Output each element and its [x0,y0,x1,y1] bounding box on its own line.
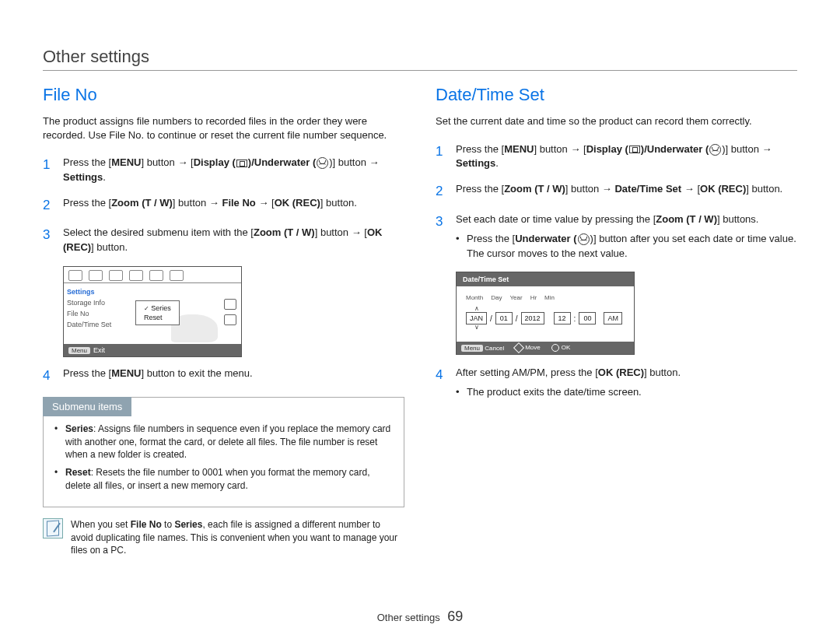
page-footer: Other settings 69 [0,609,840,625]
text: After setting AM/PM, press the [ [456,367,598,378]
move-icon [513,342,524,353]
arrow-up-icon: ∧ [474,306,479,312]
text: )] button → [329,156,379,168]
right-step-4: 4 After setting AM/PM, press the [OK (RE… [436,366,797,400]
menu-settings: Settings [67,286,129,297]
right-column: Date/Time Set Set the current date and t… [436,85,797,557]
file-no-heading: File No [43,85,404,105]
tab-icon [109,270,123,281]
move-label: Move [525,345,541,352]
ok-icon [551,344,559,352]
value-month: JAN [466,312,487,325]
side-icon [224,299,236,310]
file-no-screenshot: Settings Storage Info File No Date/Time … [63,266,242,357]
step-number: 3 [436,212,456,261]
arrow-down-icon: ∨ [474,325,479,331]
submenu-popup: ✓ Series Reset [135,300,180,325]
zoom-label: Zoom (T / W) [254,226,315,238]
separator: / [515,314,519,323]
text: → [ [681,183,700,195]
text: File No [131,519,162,530]
text: to [162,519,175,530]
step-number: 4 [43,367,63,386]
menu-date-time-set: Date/Time Set [67,319,129,330]
menu-storage-info: Storage Info [67,297,129,308]
underwater-label: )/Underwater ( [248,156,316,168]
right-step-1: 1 Press the [MENU] button → [Display ()/… [436,142,797,172]
ok-label: OK (REC) [275,197,320,209]
separator: / [489,314,493,323]
text: ] button to exit the menu. [141,367,252,379]
file-no-intro: The product assigns file numbers to reco… [43,114,404,142]
left-step-2: 2 Press the [Zoom (T / W)] button → File… [43,196,404,216]
text: Press the [ [63,197,111,209]
settings-label: Settings [63,171,103,183]
text: Press the [ [467,233,515,244]
ok-label: OK [562,345,571,352]
note-box: When you set File No to Series, each fil… [43,518,404,557]
step-number: 4 [436,366,456,400]
text: Select the desired submenu item with the… [63,226,254,238]
text: When you set [71,519,131,530]
page-title: Other settings [43,47,797,71]
exit-label: Exit [93,346,105,354]
menu-badge: Menu [68,347,90,354]
footer-section: Other settings [377,612,440,623]
menu-label: MENU [111,156,141,168]
left-step-1: 1 Press the [MENU] button → [Display ()/… [43,156,404,185]
tab-icon [129,270,143,281]
cancel-label: Cancel [485,345,504,352]
menu-file-no: File No [67,308,129,319]
text: ] button → [ [534,143,586,155]
text: . [495,157,499,169]
label-year: Year [509,294,522,301]
step-number: 2 [43,196,63,216]
text: ] button. [91,241,128,253]
submenu-items-box: Submenu items • Series: Assigns file num… [43,397,404,507]
shot2-title: Date/Time Set [457,272,634,286]
reset-label: Reset [65,467,91,478]
popup-reset: Reset [142,313,173,322]
popup-series: ✓ Series [142,303,173,313]
series-label: Series [65,423,93,434]
step-number: 2 [436,182,456,202]
tab-icon [68,270,82,281]
text: ] button. [644,367,681,378]
text: ] buttons. [717,213,758,225]
series-text: : Assigns file numbers in sequence even … [65,423,390,461]
underwater-label: Underwater ( [515,233,576,244]
label-month: Month [466,294,483,301]
menu-label: MENU [504,143,534,155]
text: ] button → [565,183,615,195]
underwater-label: )/Underwater ( [641,143,709,155]
right-step-3: 3 Set each date or time value by pressin… [436,212,797,261]
bullet-icon: • [54,466,65,493]
tab-icon [149,270,163,281]
right-step-2: 2 Press the [Zoom (T / W)] button → Date… [436,182,797,202]
ok-label: OK (REC) [700,183,746,195]
text: → [ [256,197,275,209]
left-step-3: 3 Select the desired submenu item with t… [43,226,404,255]
settings-label: Settings [456,157,495,169]
zoom-label: Zoom (T / W) [111,197,173,209]
zoom-label: Zoom (T / W) [656,213,717,225]
text: Set each date or time value by pressing … [456,213,656,225]
tab-icon [170,270,184,281]
text: . [103,171,106,183]
page-number: 69 [447,609,463,624]
bullet-icon: • [456,232,467,261]
date-time-heading: Date/Time Set [436,85,797,105]
text: Press the [ [63,367,111,379]
value-ampm: AM [604,312,622,325]
text: Press the [ [456,143,504,155]
menu-label: MENU [111,367,141,379]
label-hr: Hr [530,294,537,301]
bullet-icon: • [54,423,65,461]
value-hour: 12 [554,312,571,325]
text: Press the [ [63,156,111,168]
text: Series [174,519,202,530]
side-icon [224,314,236,325]
label-min: Min [544,294,555,301]
underwater-icon [709,144,721,156]
underwater-icon [317,157,328,169]
